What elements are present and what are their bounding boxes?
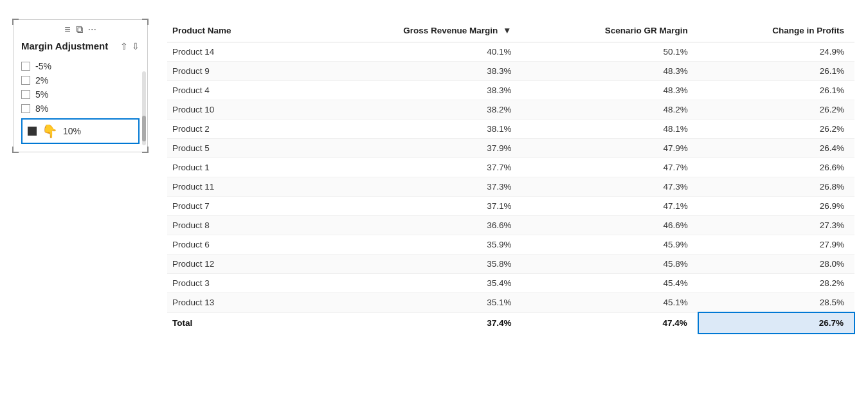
cell-change: 26.4% [698, 139, 854, 158]
cell-gross: 37.9% [300, 139, 521, 158]
cell-product: Product 10 [167, 100, 300, 120]
cell-product: Product 4 [167, 81, 300, 100]
cell-change: 27.9% [698, 235, 854, 255]
slicer-panel: ≡ ⧉ ··· Margin Adjustment ⇧ ⇩ -5% 2% 5% … [13, 19, 148, 152]
cell-gross: 40.1% [300, 42, 521, 62]
slicer-checkbox-5[interactable] [21, 90, 30, 99]
col-header-change[interactable]: Change in Profits [698, 19, 854, 42]
cell-gross: 35.9% [300, 235, 521, 255]
total-change-highlighted: 26.7% [698, 312, 854, 334]
cell-gross: 35.4% [300, 274, 521, 293]
table-row: Product 5 37.9% 47.9% 26.4% [167, 139, 854, 158]
slicer-item-minus5[interactable]: -5% [20, 59, 141, 73]
resize-handle-tl[interactable] [12, 19, 19, 25]
total-gross: 37.4% [300, 312, 521, 334]
cell-scenario: 45.9% [521, 235, 698, 255]
col-header-product[interactable]: Product Name [167, 19, 300, 42]
cell-scenario: 47.1% [521, 197, 698, 216]
slicer-label-5: 5% [35, 89, 48, 100]
slicer-item-10-selected[interactable]: 👇 10% [21, 118, 140, 144]
slicer-title-row: Margin Adjustment ⇧ ⇩ [14, 38, 147, 57]
cell-product: Product 1 [167, 158, 300, 177]
cell-product: Product 13 [167, 293, 300, 313]
cell-change: 28.5% [698, 293, 854, 313]
slicer-checkbox-2[interactable] [21, 76, 30, 85]
cell-change: 28.0% [698, 255, 854, 274]
cell-change: 26.2% [698, 120, 854, 139]
slicer-scrollbar-thumb[interactable] [142, 116, 146, 141]
total-scenario: 47.4% [521, 312, 698, 334]
slicer-label-minus5: -5% [35, 61, 51, 71]
cell-scenario: 47.7% [521, 158, 698, 177]
cell-product: Product 6 [167, 235, 300, 255]
table-row: Product 13 35.1% 45.1% 28.5% [167, 293, 854, 313]
total-label: Total [167, 312, 300, 334]
table-row: Product 7 37.1% 47.1% 26.9% [167, 197, 854, 216]
cell-product: Product 9 [167, 62, 300, 81]
cell-product: Product 2 [167, 120, 300, 139]
slicer-scrollbar[interactable] [142, 71, 146, 145]
slicer-checkbox-8[interactable] [21, 104, 30, 113]
table-row: Product 3 35.4% 45.4% 28.2% [167, 274, 854, 293]
cell-change: 26.1% [698, 62, 854, 81]
cell-gross: 35.8% [300, 255, 521, 274]
slicer-label-10: 10% [63, 126, 81, 136]
cell-change: 27.3% [698, 216, 854, 235]
slicer-sort-icons: ⇧ ⇩ [120, 41, 140, 51]
cell-gross: 38.2% [300, 100, 521, 120]
sort-desc-icon[interactable]: ⇩ [132, 41, 140, 51]
resize-handle-tr[interactable] [142, 19, 149, 25]
cell-product: Product 8 [167, 216, 300, 235]
resize-handle-br[interactable] [142, 147, 149, 153]
cell-gross: 35.1% [300, 293, 521, 313]
table-header-row: Product Name Gross Revenue Margin ▼ Scen… [167, 19, 854, 42]
data-table: Product Name Gross Revenue Margin ▼ Scen… [167, 19, 855, 334]
cell-change: 26.2% [698, 100, 854, 120]
col-header-gross[interactable]: Gross Revenue Margin ▼ [300, 19, 521, 42]
cell-gross: 37.7% [300, 158, 521, 177]
slicer-items-list: -5% 2% 5% 8% 👇 10% [14, 57, 147, 152]
data-table-container: Product Name Gross Revenue Margin ▼ Scen… [167, 19, 855, 334]
col-header-scenario[interactable]: Scenario GR Margin [521, 19, 698, 42]
table-row: Product 9 38.3% 48.3% 26.1% [167, 62, 854, 81]
table-row: Product 10 38.2% 48.2% 26.2% [167, 100, 854, 120]
table-row: Product 2 38.1% 48.1% 26.2% [167, 120, 854, 139]
cell-scenario: 50.1% [521, 42, 698, 62]
cell-change: 24.9% [698, 42, 854, 62]
cell-gross: 36.6% [300, 216, 521, 235]
more-options-icon[interactable]: ··· [88, 24, 96, 35]
table-row: Product 11 37.3% 47.3% 26.8% [167, 177, 854, 197]
menu-lines-icon[interactable]: ≡ [64, 24, 70, 35]
slicer-checkbox-10[interactable] [28, 127, 37, 136]
cell-scenario: 47.9% [521, 139, 698, 158]
cell-product: Product 3 [167, 274, 300, 293]
cell-change: 26.1% [698, 81, 854, 100]
cell-scenario: 48.2% [521, 100, 698, 120]
sort-asc-icon[interactable]: ⇧ [120, 41, 128, 51]
cell-scenario: 48.3% [521, 81, 698, 100]
slicer-item-8[interactable]: 8% [20, 102, 141, 116]
cell-scenario: 48.1% [521, 120, 698, 139]
resize-handle-bl[interactable] [12, 147, 19, 153]
cell-scenario: 46.6% [521, 216, 698, 235]
cell-scenario: 45.1% [521, 293, 698, 313]
expand-icon[interactable]: ⧉ [76, 24, 83, 35]
table-row: Product 8 36.6% 46.6% 27.3% [167, 216, 854, 235]
cell-gross: 38.1% [300, 120, 521, 139]
cell-scenario: 48.3% [521, 62, 698, 81]
slicer-checkbox-minus5[interactable] [21, 62, 30, 71]
cell-product: Product 5 [167, 139, 300, 158]
slicer-item-2[interactable]: 2% [20, 73, 141, 87]
table-total-row: Total 37.4% 47.4% 26.7% [167, 312, 854, 334]
sort-desc-indicator: ▼ [503, 26, 511, 35]
cell-product: Product 11 [167, 177, 300, 197]
table-row: Product 1 37.7% 47.7% 26.6% [167, 158, 854, 177]
table-row: Product 4 38.3% 48.3% 26.1% [167, 81, 854, 100]
cell-gross: 37.1% [300, 197, 521, 216]
cursor-icon: 👇 [42, 123, 58, 139]
slicer-topbar: ≡ ⧉ ··· [14, 20, 147, 38]
slicer-item-5[interactable]: 5% [20, 87, 141, 102]
cell-product: Product 14 [167, 42, 300, 62]
table-row: Product 14 40.1% 50.1% 24.9% [167, 42, 854, 62]
cell-scenario: 45.8% [521, 255, 698, 274]
